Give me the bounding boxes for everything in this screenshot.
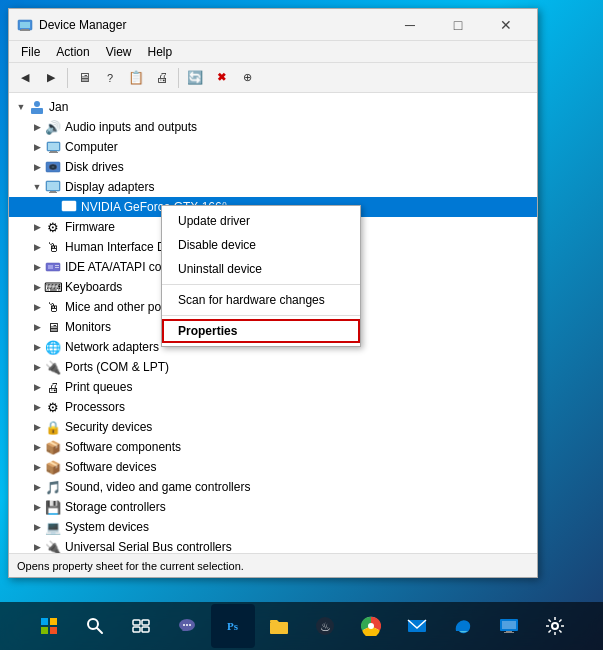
usb-icon: 🔌 (45, 539, 61, 553)
tree-item-print[interactable]: ▶ 🖨 Print queues (9, 377, 537, 397)
svg-rect-18 (63, 202, 75, 210)
update-button[interactable]: 🔄 (183, 66, 207, 90)
network-label: Network adapters (65, 340, 159, 354)
mice-icon: 🖱 (45, 299, 61, 315)
menu-view[interactable]: View (98, 43, 140, 61)
display-label: Display adapters (65, 180, 154, 194)
softcomp-expand: ▶ (29, 439, 45, 455)
hid-icon: 🖱 (45, 239, 61, 255)
print-icon: 🖨 (45, 379, 61, 395)
tree-item-processors[interactable]: ▶ ⚙ Processors (9, 397, 537, 417)
hid-expand: ▶ (29, 239, 45, 255)
softdev-expand: ▶ (29, 459, 45, 475)
uninstall-toolbar-button[interactable]: ✖ (209, 66, 233, 90)
edge-button[interactable] (441, 604, 485, 648)
file-explorer-button[interactable] (257, 604, 301, 648)
display-expand: ▼ (29, 179, 45, 195)
minimize-button[interactable]: ─ (387, 9, 433, 41)
tree-item-usb[interactable]: ▶ 🔌 Universal Serial Bus controllers (9, 537, 537, 553)
network-expand: ▶ (29, 339, 45, 355)
keyboards-icon: ⌨ (45, 279, 61, 295)
tree-item-softcomp[interactable]: ▶ 📦 Software components (9, 437, 537, 457)
svg-rect-16 (49, 192, 57, 193)
system-label: System devices (65, 520, 149, 534)
tree-item-disk[interactable]: ▶ Disk drives (9, 157, 537, 177)
mice-expand: ▶ (29, 299, 45, 315)
ctx-scan-hardware[interactable]: Scan for hardware changes (162, 288, 360, 312)
softcomp-label: Software components (65, 440, 181, 454)
back-button[interactable]: ◀ (13, 66, 37, 90)
taskview-button[interactable] (119, 604, 163, 648)
processors-expand: ▶ (29, 399, 45, 415)
tree-item-display[interactable]: ▼ Display adapters (9, 177, 537, 197)
svg-rect-7 (48, 143, 59, 150)
settings-taskbar-button[interactable] (533, 604, 577, 648)
monitors-icon: 🖥 (45, 319, 61, 335)
rdp-button[interactable] (487, 604, 531, 648)
taskbar-items: Ps ♨ (27, 604, 577, 648)
chrome-button[interactable] (349, 604, 393, 648)
scan-toolbar-button[interactable]: ⊕ (235, 66, 259, 90)
svg-rect-29 (133, 620, 140, 625)
tree-item-ports[interactable]: ▶ 🔌 Ports (COM & LPT) (9, 357, 537, 377)
device-manager-window: Device Manager ─ □ ✕ File Action View He… (8, 8, 538, 578)
steam-button[interactable]: ♨ (303, 604, 347, 648)
forward-button[interactable]: ▶ (39, 66, 63, 90)
menu-file[interactable]: File (13, 43, 48, 61)
ctx-separator-2 (162, 315, 360, 316)
disk-icon (45, 159, 61, 175)
status-bar: Opens property sheet for the current sel… (9, 553, 537, 577)
storage-expand: ▶ (29, 499, 45, 515)
start-button[interactable] (27, 604, 71, 648)
ctx-uninstall-device[interactable]: Uninstall device (162, 257, 360, 281)
network-icon: 🌐 (45, 339, 61, 355)
tree-item-security[interactable]: ▶ 🔒 Security devices (9, 417, 537, 437)
root-expand-icon: ▼ (13, 99, 29, 115)
softdev-label: Software devices (65, 460, 156, 474)
security-label: Security devices (65, 420, 152, 434)
menu-help[interactable]: Help (140, 43, 181, 61)
processors-label: Processors (65, 400, 125, 414)
sound-label: Sound, video and game controllers (65, 480, 250, 494)
properties-toolbar-button[interactable]: 📋 (124, 66, 148, 90)
svg-rect-2 (21, 29, 29, 30)
tree-item-sound[interactable]: ▶ 🎵 Sound, video and game controllers (9, 477, 537, 497)
help-button[interactable]: ? (98, 66, 122, 90)
svg-point-49 (552, 623, 558, 629)
close-button[interactable]: ✕ (483, 9, 529, 41)
ctx-update-driver[interactable]: Update driver (162, 209, 360, 233)
search-taskbar-button[interactable] (73, 604, 117, 648)
print-label: Print queues (65, 380, 132, 394)
chat-button[interactable] (165, 604, 209, 648)
usb-label: Universal Serial Bus controllers (65, 540, 232, 553)
ctx-disable-device[interactable]: Disable device (162, 233, 360, 257)
svg-rect-15 (50, 191, 56, 192)
tree-item-softdev[interactable]: ▶ 📦 Software devices (9, 457, 537, 477)
context-menu: Update driver Disable device Uninstall d… (161, 205, 361, 347)
tree-item-system[interactable]: ▶ 💻 System devices (9, 517, 537, 537)
toolbar-separator-2 (178, 68, 179, 88)
svg-rect-20 (48, 265, 53, 269)
svg-rect-46 (502, 621, 516, 629)
menu-action[interactable]: Action (48, 43, 97, 61)
svg-rect-48 (504, 632, 514, 633)
print-expand: ▶ (29, 379, 45, 395)
tree-item-storage[interactable]: ▶ 💾 Storage controllers (9, 497, 537, 517)
title-bar: Device Manager ─ □ ✕ (9, 9, 537, 41)
maximize-button[interactable]: □ (435, 9, 481, 41)
svg-rect-23 (41, 618, 48, 625)
computer-button[interactable]: 🖥 (72, 66, 96, 90)
ctx-properties[interactable]: Properties (162, 319, 360, 343)
tree-root[interactable]: ▼ Jan (9, 97, 537, 117)
toolbar: ◀ ▶ 🖥 ? 📋 🖨 🔄 ✖ ⊕ (9, 63, 537, 93)
tree-item-computer[interactable]: ▶ Computer (9, 137, 537, 157)
svg-point-37 (189, 624, 191, 626)
svg-rect-25 (41, 627, 48, 634)
ide-expand: ▶ (29, 259, 45, 275)
disk-expand: ▶ (29, 159, 45, 175)
print-button[interactable]: 🖨 (150, 66, 174, 90)
tree-item-audio[interactable]: ▶ 🔊 Audio inputs and outputs (9, 117, 537, 137)
mail-button[interactable] (395, 604, 439, 648)
photoshop-button[interactable]: Ps (211, 604, 255, 648)
monitors-expand: ▶ (29, 319, 45, 335)
